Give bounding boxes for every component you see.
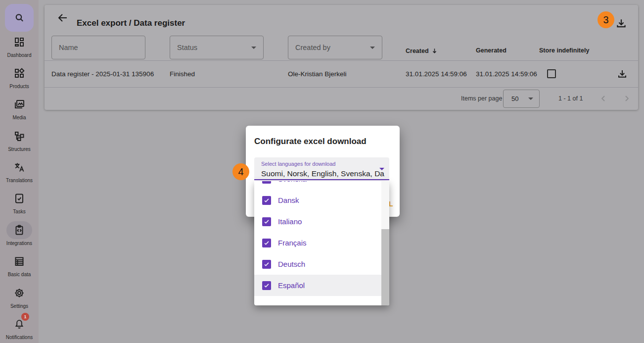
chevron-down-icon: [251, 47, 256, 49]
chevron-left-icon: [598, 94, 608, 103]
language-select-value: Suomi, Norsk, English, Svenska, Da: [261, 169, 385, 178]
language-options-dropdown: Svenska Dansk Italiano Français Deutsch: [254, 181, 389, 305]
sidebar-item-structures[interactable]: Structures: [0, 123, 39, 152]
sidebar-item-label: Translations: [6, 178, 33, 184]
column-header-created[interactable]: Created: [406, 47, 438, 54]
cell-status: Finished: [170, 70, 195, 78]
cell-export-name: Data register - 2025-01-31 135906: [51, 70, 154, 78]
sidebar-item-label: Media: [12, 115, 26, 121]
card-header: Excel export / Data register: [45, 5, 638, 36]
column-header-store-indefinitely: Store indefinitely: [539, 47, 589, 54]
download-icon: [616, 68, 628, 80]
tutorial-step-badge-4: 4: [232, 163, 249, 180]
sidebar-item-tasks[interactable]: Tasks: [0, 185, 39, 215]
paginator: Items per page 50 1 - 1 of 1: [45, 87, 638, 110]
sidebar-item-integrations[interactable]: Integrations: [0, 217, 39, 246]
dialog-title: Configurate excel download: [254, 137, 367, 147]
language-option-francais[interactable]: Français: [254, 232, 381, 253]
status-filter-label: Status: [177, 44, 197, 51]
language-select-field[interactable]: Select languages for download Suomi, Nor…: [254, 157, 389, 180]
name-filter: [51, 36, 145, 59]
search-icon: [13, 12, 25, 24]
sidebar-item-products[interactable]: Products: [0, 60, 39, 90]
sidebar: Dashboard Products Media: [0, 0, 39, 343]
cell-created: 31.01.2025 14:59:06: [406, 70, 467, 78]
sidebar-item-dashboard[interactable]: Dashboard: [0, 29, 39, 58]
checked-checkbox-icon[interactable]: [262, 181, 271, 184]
language-select-label: Select languages for download: [261, 161, 335, 167]
row-download-button[interactable]: [616, 68, 628, 80]
page-title: Excel export / Data register: [77, 18, 185, 28]
created-by-filter-label: Created by: [295, 44, 330, 51]
sidebar-item-media[interactable]: Media: [0, 91, 39, 121]
chevron-down-icon: [370, 47, 375, 49]
language-options-list: Svenska Dansk Italiano Français Deutsch: [254, 181, 381, 296]
page-size-value: 50: [511, 95, 518, 102]
items-per-page-label: Items per page: [461, 95, 502, 102]
status-filter-select[interactable]: Status: [170, 36, 264, 59]
partially-hidden-button-text[interactable]: L: [389, 200, 394, 208]
page-size-select[interactable]: 50: [503, 90, 540, 108]
dropdown-scrollbar[interactable]: [381, 181, 389, 305]
language-option-deutsch[interactable]: Deutsch: [254, 253, 381, 275]
language-option-espanol[interactable]: Español: [254, 275, 381, 296]
tutorial-step-badge-3: 3: [598, 11, 614, 28]
search-button[interactable]: [5, 4, 34, 32]
name-filter-input[interactable]: [59, 44, 138, 51]
sidebar-item-notifications[interactable]: 1 Notifications: [0, 311, 39, 341]
column-header-generated: Generated: [476, 47, 506, 54]
sidebar-item-label: Structures: [8, 147, 31, 152]
back-arrow-icon: [57, 12, 69, 24]
created-by-filter-select[interactable]: Created by: [288, 36, 382, 59]
sidebar-item-label: Settings: [10, 303, 28, 309]
sidebar-item-label: Basic data: [8, 272, 31, 278]
settings-gear-icon: [13, 287, 25, 299]
sidebar-item-label: Integrations: [6, 241, 32, 246]
chevron-down-icon: [379, 168, 384, 170]
header-download-button[interactable]: [615, 17, 628, 30]
sidebar-item-label: Products: [9, 84, 29, 90]
chevron-down-icon: [528, 98, 533, 100]
checked-checkbox-icon[interactable]: [262, 281, 271, 290]
checked-checkbox-icon[interactable]: [262, 239, 271, 247]
sidebar-item-basic-data[interactable]: Basic data: [0, 248, 39, 278]
checked-checkbox-icon[interactable]: [262, 196, 271, 205]
media-icon: [13, 98, 25, 110]
checked-checkbox-icon[interactable]: [262, 260, 271, 269]
export-list-card: Excel export / Data register Status Crea…: [45, 5, 638, 110]
language-option-italiano[interactable]: Italiano: [254, 211, 381, 232]
next-page-button[interactable]: [622, 94, 632, 103]
back-button[interactable]: [57, 12, 69, 24]
sidebar-item-settings[interactable]: Settings: [0, 280, 39, 309]
sidebar-item-translations[interactable]: Translations: [0, 154, 39, 184]
scrollbar-thumb[interactable]: [381, 229, 389, 305]
download-icon: [615, 17, 628, 30]
store-indefinitely-checkbox[interactable]: [547, 69, 556, 78]
language-option-dansk[interactable]: Dansk: [254, 190, 381, 211]
chevron-right-icon: [622, 94, 632, 103]
sidebar-item-label: Tasks: [13, 209, 26, 215]
sidebar-item-label: Dashboard: [7, 52, 32, 58]
language-option-svenska[interactable]: Svenska: [254, 181, 381, 190]
sort-descending-icon: [431, 47, 438, 54]
checked-checkbox-icon[interactable]: [262, 217, 271, 226]
translations-icon: [13, 161, 25, 173]
previous-page-button[interactable]: [598, 94, 608, 103]
structures-icon: [13, 130, 25, 142]
sidebar-item-label: Notifications: [6, 335, 33, 341]
cell-generated: 31.01.2025 14:59:06: [476, 70, 537, 78]
page-range-label: 1 - 1 of 1: [558, 95, 583, 102]
cell-created-by: Ole-Kristian Bjerkeli: [288, 70, 347, 78]
basic-data-icon: [13, 255, 25, 267]
products-icon: [13, 67, 25, 79]
dashboard-icon: [13, 36, 25, 48]
notification-count-badge: 1: [21, 313, 29, 321]
table-row[interactable]: Data register - 2025-01-31 135906 Finish…: [45, 61, 638, 87]
integrations-icon: [13, 224, 25, 236]
tasks-icon: [13, 193, 25, 204]
